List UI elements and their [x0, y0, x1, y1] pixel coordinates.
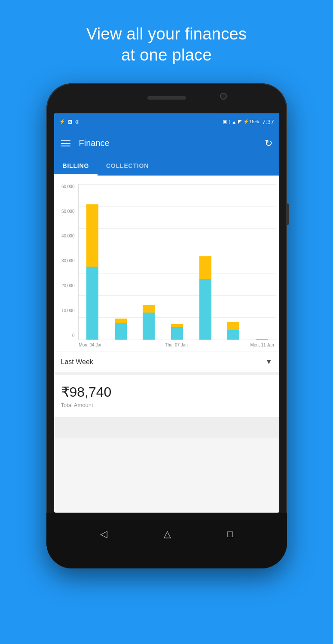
chart-y-axis: 60,000 50,000 40,000 30,000 20,000 10,00… [58, 184, 78, 347]
total-label: Total Amount [61, 402, 272, 408]
app-title: Finance [79, 138, 265, 148]
android-icon: ◎ [75, 119, 79, 125]
usb-icon: ⚡ [59, 119, 65, 125]
app-bar: Finance ↻ [54, 131, 279, 156]
phone-device: ⚡ 🖼 ◎ ▣ ! ▲ ◤ ⚡15% 7:37 Finance [46, 83, 287, 568]
status-right-icons: ▣ ! ▲ ◤ ⚡15% 7:37 [223, 118, 274, 125]
bar-group-5 [227, 184, 239, 340]
bar-blue-2 [143, 313, 155, 340]
bar-group-0 [86, 184, 98, 340]
bar-blue-6 [256, 339, 268, 340]
y-label-1: 50,000 [61, 209, 75, 214]
phone-side-button [286, 204, 289, 225]
home-nav-button[interactable]: △ [164, 529, 171, 540]
x-label-1: Thu, 07 Jan [165, 343, 188, 347]
status-bar: ⚡ 🖼 ◎ ▣ ! ▲ ◤ ⚡15% 7:37 [54, 113, 279, 131]
tab-collection[interactable]: COLLECTION [98, 156, 157, 175]
battery-icon: ⚡15% [243, 119, 259, 125]
bar-yellow-4 [199, 256, 211, 279]
bottom-divider [54, 417, 279, 438]
status-left-icons: ⚡ 🖼 ◎ [59, 119, 79, 125]
bar-blue-1 [115, 323, 127, 340]
page-headline: View all your finances at one place [86, 24, 247, 66]
phone-nav-bar: ◁ △ □ [46, 513, 287, 568]
alert-icon: ! [229, 119, 230, 125]
bar-blue-0 [86, 267, 98, 340]
bar-yellow-1 [115, 319, 127, 323]
back-nav-button[interactable]: ◁ [100, 529, 107, 540]
tab-billing[interactable]: BILLING [54, 156, 98, 175]
chart-area: Mon, 04 Jan Thu, 07 Jan Mon, 11 Jan [78, 184, 276, 347]
bar-blue-4 [199, 279, 211, 340]
wifi-icon: ▲ [232, 119, 236, 125]
y-label-2: 40,000 [61, 234, 75, 238]
total-section: ₹98,740 Total Amount [54, 372, 279, 417]
phone-speaker-top [147, 96, 186, 100]
menu-button[interactable] [61, 140, 70, 146]
bar-group-4 [199, 184, 211, 340]
period-dropdown[interactable]: Last Week ▼ [54, 352, 279, 372]
y-label-0: 60,000 [61, 184, 75, 189]
bar-yellow-3 [171, 324, 183, 327]
bar-blue-3 [171, 327, 183, 340]
bar-group-6 [256, 184, 268, 340]
dropdown-arrow-icon: ▼ [266, 358, 272, 366]
dropdown-label: Last Week [61, 358, 93, 366]
chart-wrapper: 60,000 50,000 40,000 30,000 20,000 10,00… [54, 180, 279, 347]
y-label-4: 20,000 [61, 283, 75, 288]
total-amount: ₹98,740 [61, 384, 272, 400]
bar-group-1 [115, 184, 127, 340]
refresh-button[interactable]: ↻ [265, 138, 272, 149]
status-time: 7:37 [262, 118, 274, 125]
x-label-2: Mon, 11 Jan [250, 343, 274, 347]
bar-group-3 [171, 184, 183, 340]
x-label-0: Mon, 04 Jan [79, 343, 103, 347]
recents-nav-button[interactable]: □ [227, 529, 233, 540]
bar-group-2 [143, 184, 155, 340]
bar-yellow-0 [86, 204, 98, 267]
phone-camera [220, 93, 227, 100]
tab-bar: BILLING COLLECTION [54, 156, 279, 176]
phone-shell: ⚡ 🖼 ◎ ▣ ! ▲ ◤ ⚡15% 7:37 Finance [46, 83, 287, 568]
chart-x-labels: Mon, 04 Jan Thu, 07 Jan Mon, 11 Jan [78, 340, 276, 347]
bar-yellow-2 [143, 305, 155, 313]
vibrate-icon: ▣ [223, 119, 227, 125]
bar-yellow-5 [227, 322, 239, 330]
chart-bars [78, 184, 276, 340]
y-label-3: 30,000 [61, 258, 75, 263]
chart-section: 60,000 50,000 40,000 30,000 20,000 10,00… [54, 176, 279, 352]
image-icon: 🖼 [68, 119, 73, 125]
y-label-5: 10,000 [61, 308, 75, 313]
signal-icon: ◤ [238, 119, 241, 125]
bar-blue-5 [227, 330, 239, 340]
y-label-6: 0 [72, 333, 75, 338]
phone-screen: ⚡ 🖼 ◎ ▣ ! ▲ ◤ ⚡15% 7:37 Finance [54, 113, 279, 513]
